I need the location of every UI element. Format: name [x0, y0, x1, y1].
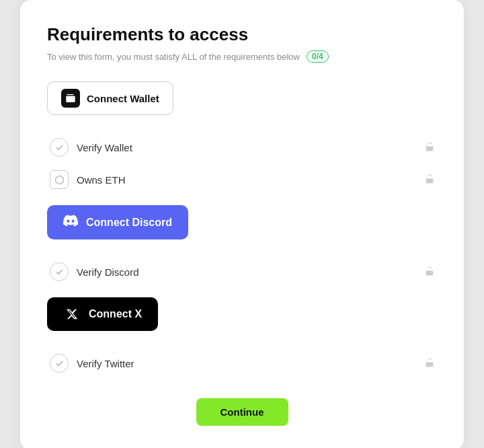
- verify-twitter-item: Verify Twitter: [47, 347, 437, 379]
- verify-twitter-check-icon: [50, 354, 69, 373]
- x-icon: [63, 305, 81, 323]
- subtitle-text: To view this form, you must satisfy ALL …: [47, 52, 300, 62]
- verify-twitter-label: Verify Twitter: [77, 358, 134, 369]
- connect-x-section: Connect X: [47, 288, 437, 340]
- connect-x-label: Connect X: [89, 308, 142, 320]
- verify-wallet-label: Verify Wallet: [77, 142, 132, 153]
- verify-discord-lock-icon: [425, 266, 434, 278]
- page-title: Requirements to access: [47, 24, 437, 45]
- continue-row: Continue: [47, 398, 437, 426]
- owns-eth-cube-icon: [50, 170, 69, 189]
- owns-eth-label: Owns ETH: [77, 174, 126, 186]
- connect-wallet-label: Connect Wallet: [87, 93, 159, 104]
- subtitle-row: To view this form, you must satisfy ALL …: [47, 50, 437, 63]
- connect-discord-section: Connect Discord: [47, 196, 437, 249]
- verify-wallet-check-icon: [50, 138, 69, 157]
- owns-eth-item: Owns ETH: [47, 163, 437, 196]
- connect-wallet-button[interactable]: Connect Wallet: [47, 81, 173, 115]
- requirements-card: Requirements to access To view this form…: [20, 0, 464, 448]
- connect-x-button[interactable]: Connect X: [47, 297, 158, 331]
- verify-twitter-lock-icon: [425, 358, 434, 369]
- verify-wallet-lock-icon: [425, 142, 434, 153]
- verify-discord-check-icon: [50, 262, 69, 281]
- verify-discord-label: Verify Discord: [77, 266, 139, 278]
- verify-discord-item: Verify Discord: [47, 256, 437, 288]
- wallet-icon: [61, 89, 80, 108]
- owns-eth-lock-icon: [425, 174, 434, 186]
- connect-discord-button[interactable]: Connect Discord: [47, 205, 188, 239]
- connect-wallet-section: Connect Wallet: [47, 81, 437, 124]
- progress-badge: 0/4: [307, 50, 329, 63]
- discord-icon: [63, 213, 78, 231]
- continue-button[interactable]: Continue: [196, 398, 288, 426]
- verify-wallet-item: Verify Wallet: [47, 131, 437, 163]
- connect-discord-label: Connect Discord: [86, 217, 172, 229]
